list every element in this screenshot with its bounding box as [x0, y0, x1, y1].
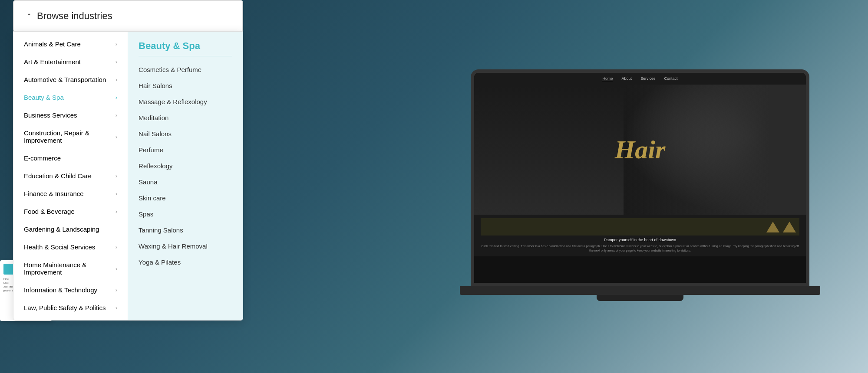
subcategory-item[interactable]: Yoga & Pilates [139, 254, 232, 270]
industry-name-health: Health & Social Services [24, 243, 95, 251]
industry-name-law: Law, Public Safety & Politics [24, 304, 106, 311]
subcategories-list: Cosmetics & PerfumeHair SalonsMassage & … [139, 62, 232, 270]
laptop-nav-services: Services [640, 76, 656, 81]
chevron-up-icon: ⌃ [26, 12, 32, 20]
laptop-nav: Home About Services Contact [474, 73, 806, 85]
subcategory-item[interactable]: Spas [139, 206, 232, 222]
chevron-right-icon: › [116, 173, 117, 179]
industry-name-finance: Finance & Insurance [24, 190, 84, 197]
industry-item-finance[interactable]: Finance & Insurance› [13, 185, 128, 203]
subcategory-panel: Beauty & Spa Cosmetics & PerfumeHair Sal… [128, 32, 243, 320]
subcategory-item[interactable]: Sauna [139, 174, 232, 190]
industry-item-health[interactable]: Health & Social Services› [13, 238, 128, 256]
industry-name-gardening: Gardening & Landscaping [24, 226, 99, 233]
laptop-stand [597, 295, 683, 301]
industry-item-gardening[interactable]: Gardening & Landscaping [13, 220, 128, 238]
subcategory-item[interactable]: Reflexology [139, 158, 232, 174]
subcategory-item[interactable]: Massage & Reflexology [139, 94, 232, 110]
chevron-right-icon: › [116, 59, 117, 65]
chevron-right-icon: › [116, 244, 117, 250]
subcategory-item[interactable]: Skin care [139, 190, 232, 206]
industry-item-law[interactable]: Law, Public Safety & Politics› [13, 299, 128, 317]
laptop-screen-inner: Home About Services Contact Hair Pamper … [474, 73, 806, 283]
industry-name-art: Art & Entertainment [24, 58, 81, 65]
subcategory-title: Beauty & Spa [139, 40, 232, 56]
chevron-right-icon: › [116, 190, 117, 197]
industry-item-business[interactable]: Business Services› [13, 106, 128, 124]
industry-name-education: Education & Child Care [24, 172, 92, 180]
sidebar-card: ⌃ Browse industries Animals & Pet Care›A… [13, 0, 243, 321]
laptop-hero: Hair [474, 85, 806, 215]
chevron-right-icon: › [116, 94, 117, 101]
chevron-right-icon: › [116, 304, 117, 311]
chevron-right-icon: › [116, 112, 117, 118]
chevron-right-icon: › [116, 208, 117, 215]
industry-name-animals: Animals & Pet Care [24, 40, 81, 48]
industry-item-automotive[interactable]: Automotive & Transportation› [13, 71, 128, 88]
industry-name-home: Home Maintenance & Improvement [24, 261, 116, 276]
industry-name-business: Business Services [24, 111, 77, 119]
browse-industries-button[interactable]: ⌃ Browse industries [13, 0, 243, 32]
laptop-bottom-bar [481, 218, 799, 236]
laptop-bar-triangle [766, 222, 779, 232]
laptop-cta: Pamper yourself in the heart of downtown [481, 236, 799, 244]
laptop-screen: Home About Services Contact Hair Pamper … [471, 69, 809, 286]
industry-item-art[interactable]: Art & Entertainment› [13, 53, 128, 71]
industry-item-it[interactable]: Information & Technology› [13, 281, 128, 299]
laptop-nav-home: Home [602, 76, 613, 81]
subcategory-item[interactable]: Hair Salons [139, 78, 232, 94]
industry-name-beauty: Beauty & Spa [24, 94, 64, 101]
industry-item-education[interactable]: Education & Child Care› [13, 167, 128, 185]
laptop-nav-contact: Contact [664, 76, 678, 81]
industry-name-food: Food & Beverage [24, 208, 75, 215]
laptop-bottom-section: Pamper yourself in the heart of downtown… [474, 215, 806, 256]
industry-item-beauty[interactable]: Beauty & Spa› [13, 88, 128, 106]
industry-item-home[interactable]: Home Maintenance & Improvement› [13, 256, 128, 281]
laptop-desc: Click this text to start editing. This b… [481, 244, 799, 253]
chevron-right-icon: › [116, 134, 117, 140]
laptop-base [460, 286, 820, 295]
chevron-right-icon: › [116, 41, 117, 47]
subcategory-item[interactable]: Tanning Salons [139, 222, 232, 238]
dropdown-panel: Animals & Pet Care›Art & Entertainment›A… [13, 31, 243, 321]
industry-name-ecommerce: E-commerce [24, 154, 61, 162]
subcategory-item[interactable]: Cosmetics & Perfume [139, 62, 232, 78]
laptop-nav-about: About [621, 76, 632, 81]
subcategory-item[interactable]: Waxing & Hair Removal [139, 238, 232, 254]
industry-item-ecommerce[interactable]: E-commerce [13, 149, 128, 167]
industry-item-animals[interactable]: Animals & Pet Care› [13, 35, 128, 53]
industries-list: Animals & Pet Care›Art & Entertainment›A… [13, 32, 128, 320]
subcategory-item[interactable]: Nail Salons [139, 126, 232, 142]
laptop-hero-title: Hair [615, 135, 666, 165]
chevron-right-icon: › [116, 76, 117, 83]
industry-name-it: Information & Technology [24, 286, 97, 294]
industry-item-construction[interactable]: Construction, Repair & Improvement› [13, 124, 128, 149]
browse-label: Browse industries [37, 10, 112, 22]
subcategory-item[interactable]: Meditation [139, 110, 232, 126]
chevron-right-icon: › [116, 287, 117, 293]
laptop-preview-area: Home About Services Contact Hair Pamper … [412, 0, 868, 373]
industry-name-construction: Construction, Repair & Improvement [24, 129, 116, 144]
industry-item-food[interactable]: Food & Beverage› [13, 203, 128, 220]
laptop-bar-triangle2 [783, 222, 796, 232]
chevron-right-icon: › [116, 265, 117, 272]
subcategory-item[interactable]: Perfume [139, 142, 232, 158]
industry-name-automotive: Automotive & Transportation [24, 76, 106, 83]
laptop-mockup: Home About Services Contact Hair Pamper … [445, 69, 835, 330]
